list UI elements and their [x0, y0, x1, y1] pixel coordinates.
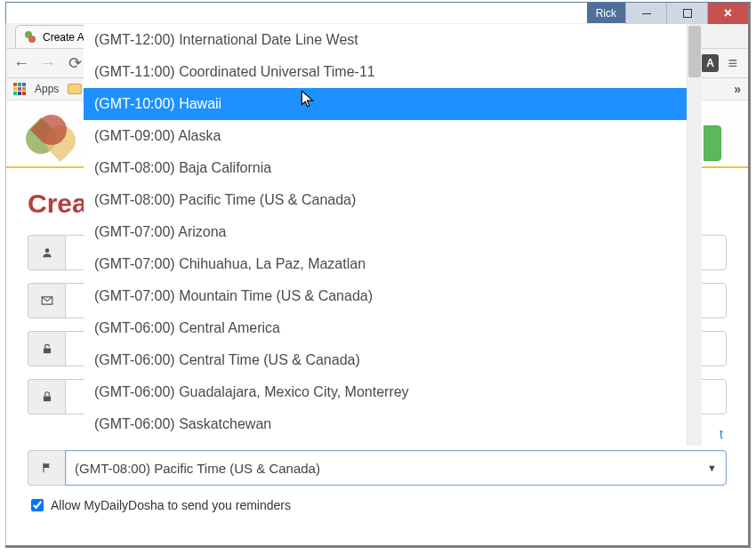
timezone-option[interactable]: (GMT-07:00) Mountain Time (US & Canada): [84, 280, 687, 312]
timezone-select[interactable]: (GMT-08:00) Pacific Time (US & Canada) ▼: [65, 450, 727, 486]
header-cta-button[interactable]: [704, 125, 721, 161]
timezone-option[interactable]: (GMT-11:00) Coordinated Universal Time-1…: [84, 56, 687, 88]
back-button[interactable]: ←: [12, 53, 31, 73]
reminders-checkbox-row[interactable]: Allow MyDailyDosha to send you reminders: [31, 498, 723, 512]
forward-button[interactable]: →: [38, 53, 58, 73]
timezone-option[interactable]: (GMT-08:00) Pacific Time (US & Canada): [84, 184, 687, 216]
bookmarks-overflow-button[interactable]: »: [734, 82, 741, 96]
menu-icon[interactable]: ≡: [728, 54, 737, 73]
window-titlebar: Rick ×: [5, 2, 748, 23]
timezone-select-value: (GMT-08:00) Pacific Time (US & Canada): [75, 461, 320, 476]
reload-button[interactable]: ⟳: [65, 53, 84, 73]
timezone-row: (GMT-08:00) Pacific Time (US & Canada) ▼: [28, 450, 727, 486]
tab-favicon: [23, 30, 37, 44]
timezone-option[interactable]: (GMT-12:00) International Date Line West: [84, 24, 687, 56]
svg-point-0: [44, 248, 49, 253]
svg-rect-2: [43, 396, 50, 401]
timezone-option[interactable]: (GMT-07:00) Arizona: [84, 216, 687, 248]
apps-icon[interactable]: [13, 83, 26, 95]
flag-icon: [28, 450, 65, 486]
apps-label[interactable]: Apps: [35, 83, 59, 95]
window-maximize-button[interactable]: [666, 3, 707, 24]
site-logo[interactable]: [24, 109, 77, 158]
svg-rect-1: [43, 348, 50, 353]
envelope-icon: [28, 283, 65, 318]
timezone-option[interactable]: (GMT-07:00) Chihuahua, La Paz, Mazatlan: [84, 248, 687, 280]
bookmark-folder-icon[interactable]: [68, 84, 82, 94]
timezone-option[interactable]: (GMT-06:00) Central America: [84, 312, 687, 344]
window-user-label: Rick: [587, 3, 625, 23]
app-frame: Rick × Create A ← → ⟳ A ≡ Apps »: [5, 2, 751, 548]
reminders-checkbox[interactable]: [31, 499, 44, 511]
extension-icon[interactable]: A: [701, 54, 719, 72]
reminders-label: Allow MyDailyDosha to send you reminders: [51, 498, 291, 512]
lock-icon: [28, 379, 65, 414]
timezone-dropdown-list[interactable]: (GMT-12:00) International Date Line West…: [84, 24, 702, 446]
person-icon: [28, 235, 65, 270]
timezone-option[interactable]: (GMT-08:00) Baja California: [84, 152, 687, 184]
tab-title: Create A: [43, 31, 84, 44]
dropdown-scroll-thumb[interactable]: [688, 26, 701, 77]
lock-open-icon: [28, 331, 65, 366]
timezone-option[interactable]: (GMT-09:00) Alaska: [84, 120, 687, 152]
window-minimize-button[interactable]: [625, 3, 666, 24]
window-close-button[interactable]: ×: [707, 3, 748, 24]
timezone-option[interactable]: (GMT-06:00) Saskatchewan: [84, 408, 687, 440]
timezone-option[interactable]: (GMT-06:00) Central Time (US & Canada): [84, 344, 687, 376]
chevron-down-icon: ▼: [707, 462, 717, 473]
timezone-option[interactable]: (GMT-06:00) Guadalajara, Mexico City, Mo…: [84, 376, 687, 408]
dropdown-scrollbar[interactable]: [687, 24, 702, 446]
timezone-option[interactable]: (GMT-10:00) Hawaii: [84, 88, 687, 120]
timezone-option[interactable]: (GMT-05:00) Bogota, Lima, Quito, Rio Bra…: [84, 440, 687, 446]
